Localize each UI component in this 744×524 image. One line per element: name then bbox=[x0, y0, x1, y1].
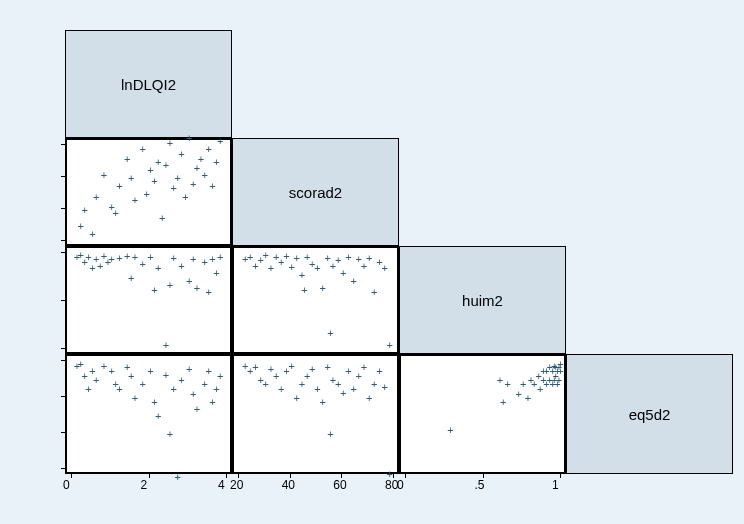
point: + bbox=[101, 360, 107, 371]
point: + bbox=[327, 327, 333, 338]
point: + bbox=[147, 366, 153, 377]
point: + bbox=[381, 382, 387, 393]
point: + bbox=[309, 364, 315, 375]
point: + bbox=[213, 384, 219, 395]
point: + bbox=[190, 179, 196, 190]
point: + bbox=[198, 153, 204, 164]
point: + bbox=[174, 472, 180, 483]
point: + bbox=[140, 258, 146, 269]
point: + bbox=[350, 275, 356, 286]
point: + bbox=[132, 251, 138, 262]
point: + bbox=[128, 273, 134, 284]
point: + bbox=[520, 378, 526, 389]
point: + bbox=[97, 260, 103, 271]
point: + bbox=[387, 340, 393, 351]
scatter-scorad2-vs-lnDLQI2: ++++++++++++++++++++++++++++++++ bbox=[65, 138, 232, 246]
xtick: 4 bbox=[218, 478, 225, 492]
point: + bbox=[213, 268, 219, 279]
point: + bbox=[288, 360, 294, 371]
point: + bbox=[350, 384, 356, 395]
var-label-lnDLQI2: lnDLQI2 bbox=[65, 30, 232, 138]
point: + bbox=[78, 358, 84, 369]
point: + bbox=[209, 396, 215, 407]
point: + bbox=[81, 371, 87, 382]
point: + bbox=[273, 371, 279, 382]
xtick: .5 bbox=[475, 478, 485, 492]
point: + bbox=[116, 181, 122, 192]
point: + bbox=[345, 251, 351, 262]
point: + bbox=[327, 429, 333, 440]
point: + bbox=[109, 366, 115, 377]
scatter-eq5d2-vs-lnDLQI2: ++++++++++++++++++++++++++++++ bbox=[65, 354, 232, 474]
point: + bbox=[178, 149, 184, 160]
point: + bbox=[151, 176, 157, 187]
point: + bbox=[132, 195, 138, 206]
point: + bbox=[89, 229, 95, 240]
point: + bbox=[147, 251, 153, 262]
point: + bbox=[155, 157, 161, 168]
xtick: 40 bbox=[282, 478, 295, 492]
point: + bbox=[190, 253, 196, 264]
scatter-eq5d2-vs-huim2: +++++++++++++++++++++++++++++ bbox=[399, 354, 566, 474]
point: + bbox=[151, 285, 157, 296]
point: + bbox=[213, 157, 219, 168]
point: + bbox=[263, 249, 269, 260]
point: + bbox=[497, 375, 503, 386]
point: + bbox=[78, 221, 84, 232]
point: + bbox=[335, 254, 341, 265]
point: + bbox=[159, 213, 165, 224]
point: + bbox=[217, 371, 223, 382]
xtick: 0 bbox=[63, 478, 70, 492]
point: + bbox=[140, 144, 146, 155]
point: + bbox=[381, 263, 387, 274]
point: + bbox=[171, 182, 177, 193]
point: + bbox=[319, 282, 325, 293]
point: + bbox=[178, 375, 184, 386]
point: + bbox=[85, 384, 91, 395]
point: + bbox=[325, 362, 331, 373]
point: + bbox=[155, 263, 161, 274]
point: + bbox=[132, 393, 138, 404]
point: + bbox=[178, 260, 184, 271]
point: + bbox=[314, 384, 320, 395]
point: + bbox=[268, 263, 274, 274]
point: + bbox=[340, 387, 346, 398]
point: + bbox=[209, 181, 215, 192]
scatter-eq5d2-vs-scorad2: ++++++++++++++++++++++++++++++ bbox=[232, 354, 399, 474]
point: + bbox=[299, 270, 305, 281]
point: + bbox=[128, 371, 134, 382]
scatter-huim2-vs-scorad2: +++++++++++++++++++++++++++++++ bbox=[232, 246, 399, 354]
point: + bbox=[294, 393, 300, 404]
point: + bbox=[515, 389, 521, 400]
point: + bbox=[278, 384, 284, 395]
point: + bbox=[116, 252, 122, 263]
point: + bbox=[85, 251, 91, 262]
point: + bbox=[163, 369, 169, 380]
point: + bbox=[194, 403, 200, 414]
point: + bbox=[371, 378, 377, 389]
point: + bbox=[93, 192, 99, 203]
point: + bbox=[112, 208, 118, 219]
point: + bbox=[174, 173, 180, 184]
point: + bbox=[186, 364, 192, 375]
point: + bbox=[171, 384, 177, 395]
point: + bbox=[557, 358, 563, 369]
xtick: 20 bbox=[230, 478, 243, 492]
point: + bbox=[163, 160, 169, 171]
point: + bbox=[194, 282, 200, 293]
point: + bbox=[124, 153, 130, 164]
point: + bbox=[283, 250, 289, 261]
point: + bbox=[345, 366, 351, 377]
point: + bbox=[194, 163, 200, 174]
point: + bbox=[366, 393, 372, 404]
point: + bbox=[319, 396, 325, 407]
point: + bbox=[182, 192, 188, 203]
point: + bbox=[340, 268, 346, 279]
point: + bbox=[263, 378, 269, 389]
point: + bbox=[366, 252, 372, 263]
point: + bbox=[155, 411, 161, 422]
point: + bbox=[163, 340, 169, 351]
point: + bbox=[202, 256, 208, 267]
point: + bbox=[500, 396, 506, 407]
point: + bbox=[186, 133, 192, 144]
